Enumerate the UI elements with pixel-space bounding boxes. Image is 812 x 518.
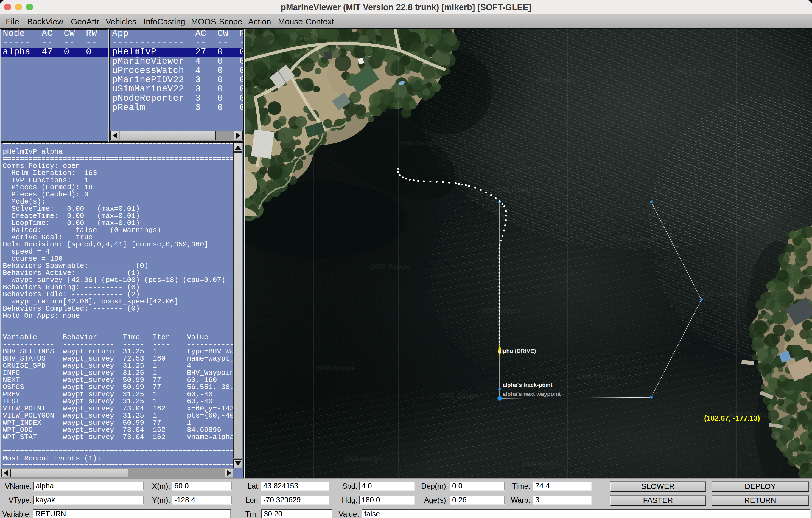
svg-text:2008 Google: 2008 Google — [316, 364, 355, 372]
svg-text:2008 Google: 2008 Google — [495, 186, 534, 193]
svg-text:2008 Google: 2008 Google — [399, 140, 438, 147]
svg-text:2008 Google: 2008 Google — [440, 392, 479, 399]
svg-text:alpha's track-point: alpha's track-point — [503, 382, 553, 388]
svg-text:2008 Google: 2008 Google — [371, 263, 410, 270]
svg-text:alpha's next waypoint: alpha's next waypoint — [503, 391, 561, 397]
svg-text:2008 Google: 2008 Google — [522, 460, 561, 468]
svg-text:2008 Google: 2008 Google — [481, 307, 520, 314]
svg-text:alpha (DRIVE): alpha (DRIVE) — [498, 347, 536, 354]
svg-text:2008 Google: 2008 Google — [536, 76, 575, 84]
svg-text:2008 Google: 2008 Google — [577, 373, 616, 380]
svg-text:(182.67, -177.13): (182.67, -177.13) — [704, 414, 760, 422]
svg-text:2008 Google: 2008 Google — [618, 235, 658, 243]
svg-text:2008 Google: 2008 Google — [673, 68, 712, 75]
svg-text:2008 Google: 2008 Google — [742, 148, 781, 155]
svg-text:2008 Google: 2008 Google — [344, 455, 383, 462]
svg-text:2008 Google: 2008 Google — [700, 290, 740, 298]
